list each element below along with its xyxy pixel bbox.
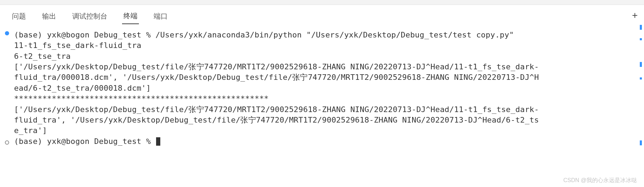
- ruler-mark-icon: [640, 62, 642, 67]
- command-text: /Users/yxk/anaconda3/bin/python "/Users/…: [155, 30, 514, 39]
- output-line: ['/Users/yxk/Desktop/Debug_test/file/张宁7…: [14, 105, 539, 135]
- panel-tabs: 问题 输出 调试控制台 终端 端口 +: [0, 5, 644, 24]
- output-line: ****************************************…: [14, 94, 269, 103]
- overview-ruler: [637, 25, 644, 147]
- terminal-panel[interactable]: (base) yxk@bogon Debug_test % /Users/yxk…: [0, 24, 644, 147]
- tab-debug-console[interactable]: 调试控制台: [71, 9, 109, 24]
- prompt-text: (base) yxk@bogon Debug_test %: [14, 137, 155, 146]
- ruler-mark-icon: [640, 140, 642, 145]
- prompt-text: (base) yxk@bogon Debug_test %: [14, 30, 155, 39]
- output-line: 6-t2_tse_tra: [14, 52, 71, 61]
- ruler-mark-icon: [640, 38, 642, 40]
- new-terminal-icon[interactable]: +: [632, 10, 638, 21]
- terminal-gutter: [4, 30, 11, 147]
- tab-problems[interactable]: 问题: [11, 9, 27, 24]
- prompt-marker-icon: [5, 140, 9, 145]
- terminal-content[interactable]: (base) yxk@bogon Debug_test % /Users/yxk…: [11, 30, 640, 147]
- tab-terminal[interactable]: 终端: [122, 8, 139, 24]
- ruler-mark-icon: [640, 77, 642, 79]
- top-edge-bar: [0, 0, 644, 5]
- watermark-text: CSDN @我的心永远是冰冰哒: [563, 177, 637, 184]
- cursor-icon: [156, 137, 160, 146]
- ruler-mark-icon: [640, 25, 642, 30]
- command-marker-icon: [5, 31, 9, 35]
- tab-ports[interactable]: 端口: [152, 9, 169, 24]
- output-line: 11-t1_fs_tse_dark-fluid_tra: [14, 41, 141, 50]
- output-line: ['/Users/yxk/Desktop/Debug_test/file/张宁7…: [14, 62, 539, 92]
- tab-output[interactable]: 输出: [41, 9, 58, 24]
